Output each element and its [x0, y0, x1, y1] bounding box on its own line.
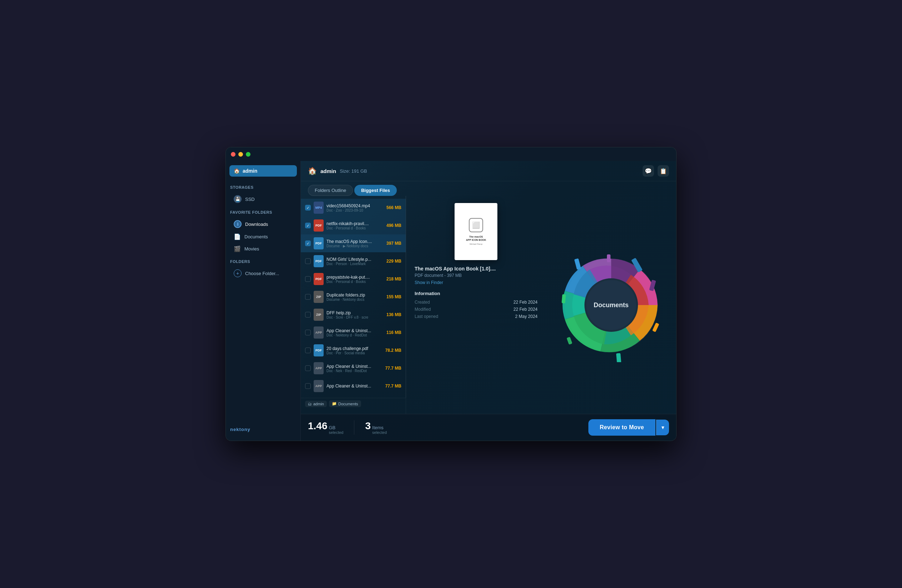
svg-rect-4 [616, 353, 621, 362]
tab-biggest-files[interactable]: Biggest Files [354, 185, 397, 196]
file-list-item[interactable]: ZIPDFF help.zipDoc · Scre · DFF v.8 · sc… [301, 306, 406, 324]
sidebar: 🏠 admin Storages 💾 SSD Favorite folders … [226, 161, 301, 441]
sidebar-bottom: nektony [226, 422, 301, 436]
file-name: Duplicate folders.zip [326, 292, 384, 297]
file-checkbox[interactable] [305, 294, 311, 300]
file-checkbox[interactable]: ✓ [305, 241, 311, 246]
file-thumbnail: MP4 [314, 202, 324, 214]
home-icon: 🏠 [234, 168, 240, 174]
folders-section: + Choose Folder... [226, 266, 301, 280]
show-in-finder-link[interactable]: Show in Finder [415, 280, 538, 285]
file-name: 20 days challenge.pdf [326, 346, 382, 351]
file-name: App Cleaner & Uninst... [326, 328, 384, 333]
file-checkbox[interactable] [305, 347, 311, 353]
file-list-item[interactable]: PDFNOM Girls' Lifestyle.p...Doc · Person… [301, 252, 406, 270]
maximize-button[interactable] [246, 152, 251, 156]
file-checkbox[interactable] [305, 383, 311, 389]
traffic-lights [231, 152, 251, 156]
content-area: ✓MP4video1568450924.mp4Doc · Zoo · 2023-… [301, 196, 676, 414]
header-home-icon: 🏠 [308, 167, 317, 175]
file-checkbox[interactable] [305, 312, 311, 317]
file-checkbox[interactable]: ✓ [305, 223, 311, 228]
file-name: prepyatstvie-kak-put.... [326, 275, 384, 280]
file-thumbnail: ZIP [314, 291, 324, 303]
minimize-button[interactable] [238, 152, 243, 156]
file-checkbox[interactable]: ✓ [305, 205, 311, 211]
file-list-item[interactable]: APPApp Cleaner & Uninst...77.7 MB [301, 377, 406, 395]
ssd-icon: 💾 [234, 195, 241, 203]
file-list-item[interactable]: APPApp Cleaner & Uninst...Doc · Nektony … [301, 324, 406, 341]
review-button-container: Review to Move ▾ [588, 419, 669, 436]
file-meta: Doc · Person · LoveMark [326, 262, 384, 266]
app-body: 🏠 admin Storages 💾 SSD Favorite folders … [226, 161, 676, 441]
last-opened-row: Last opened 2 May 2024 [415, 314, 538, 319]
file-name: The macOS App Icon.... [326, 239, 384, 244]
storages-section: 💾 SSD [226, 192, 301, 206]
chat-icon-button[interactable]: 💬 [643, 165, 654, 177]
file-info: prepyatstvie-kak-put....Doc · Personal d… [326, 275, 384, 284]
sidebar-item-admin[interactable]: 🏠 admin [229, 165, 297, 177]
breadcrumb-admin[interactable]: 🗂 admin [305, 401, 327, 407]
file-list-item[interactable]: ✓PDFnetflix-nikakih-pravil....Doc · Pers… [301, 217, 406, 235]
file-detail: ⬜ The macOS APP ICON BOOK Michael Flarup… [406, 196, 546, 414]
file-list-item[interactable]: PDF20 days challenge.pdfDoc · Per · Soci… [301, 341, 406, 359]
app-window: 🏠 admin Storages 💾 SSD Favorite folders … [226, 147, 676, 441]
ssd-label: SSD [245, 197, 255, 202]
last-opened-value: 2 May 2024 [515, 314, 538, 319]
book-cover: ⬜ The macOS APP ICON BOOK Michael Flarup [454, 203, 497, 260]
created-row: Created 22 Feb 2024 [415, 300, 538, 305]
book-cover-icon: ⬜ [469, 218, 483, 232]
breadcrumb-admin-label: admin [313, 402, 324, 406]
breadcrumb-documents[interactable]: 📁 Documents [329, 400, 361, 407]
sidebar-item-downloads[interactable]: ⬇ Downloads [229, 217, 297, 230]
file-checkbox[interactable] [305, 258, 311, 264]
file-meta: Doc · Scre · DFF v.8 · scre [326, 316, 384, 319]
file-thumbnail: PDF [314, 255, 324, 267]
file-info: Duplicate folders.zipDocume · Nektony do… [326, 292, 384, 302]
review-to-move-button[interactable]: Review to Move [588, 419, 655, 436]
file-list-item[interactable]: APPApp Cleaner & Uninst...Doc · Nek · Re… [301, 359, 406, 377]
file-checkbox[interactable] [305, 276, 311, 282]
file-info: App Cleaner & Uninst...Doc · Nek · Red ·… [326, 364, 382, 373]
file-name: App Cleaner & Uninst... [326, 364, 382, 369]
favorites-section: ⬇ Downloads 📄 Documents 🎬 Movies [226, 217, 301, 255]
folder-icon: 🗂 [308, 402, 312, 406]
file-thumbnail: APP [314, 380, 324, 392]
file-meta: Docume · ▶ Nektony docs [326, 244, 384, 248]
file-thumbnail: PDF [314, 273, 324, 285]
file-list-item[interactable]: ✓PDFThe macOS App Icon....Docume · ▶ Nek… [301, 235, 406, 252]
header-right: 💬 📋 [643, 165, 669, 177]
last-opened-label: Last opened [415, 314, 438, 319]
size-stat: 1.46 GB selected [308, 420, 343, 435]
bottom-stats: 1.46 GB selected 3 Items selected [308, 420, 387, 435]
file-checkbox[interactable] [305, 330, 311, 335]
size-value: 1.46 [308, 420, 327, 432]
review-dropdown-button[interactable]: ▾ [656, 419, 669, 435]
file-list-item[interactable]: PDFprepyatstvie-kak-put....Doc · Persona… [301, 270, 406, 288]
file-list-item[interactable]: ✓MP4video1568450924.mp4Doc · Zoo · 2023-… [301, 199, 406, 217]
file-list-column: ✓MP4video1568450924.mp4Doc · Zoo · 2023-… [301, 196, 406, 414]
sidebar-item-choose-folder[interactable]: + Choose Folder... [229, 267, 297, 280]
sidebar-item-ssd[interactable]: 💾 SSD [229, 193, 297, 205]
file-name: NOM Girls' Lifestyle.p... [326, 257, 384, 262]
file-list-item[interactable]: ZIPDuplicate folders.zipDocume · Nektony… [301, 288, 406, 306]
folders-label: Folders [226, 258, 301, 265]
downloads-icon: ⬇ [234, 220, 241, 228]
folder-docs-icon: 📁 [332, 401, 337, 406]
file-name: DFF help.zip [326, 310, 384, 316]
donut-center-label: Documents [594, 301, 629, 309]
clipboard-icon-button[interactable]: 📋 [658, 165, 669, 177]
sidebar-item-documents[interactable]: 📄 Documents [229, 231, 297, 242]
sidebar-active-section: 🏠 admin [226, 165, 301, 181]
detail-type: PDF document - 397 MB [415, 273, 538, 278]
tab-folders-outline[interactable]: Folders Outline [308, 185, 353, 196]
close-button[interactable] [231, 152, 235, 156]
movies-label: Movies [244, 246, 259, 252]
file-thumbnail: APP [314, 362, 324, 374]
file-checkbox[interactable] [305, 365, 311, 371]
sidebar-item-movies[interactable]: 🎬 Movies [229, 243, 297, 255]
detail-preview: ⬜ The macOS APP ICON BOOK Michael Flarup [415, 203, 538, 260]
file-list: ✓MP4video1568450924.mp4Doc · Zoo · 2023-… [301, 196, 406, 398]
file-size: 78.2 MB [385, 348, 401, 353]
nektony-logo: nektony [230, 427, 296, 432]
